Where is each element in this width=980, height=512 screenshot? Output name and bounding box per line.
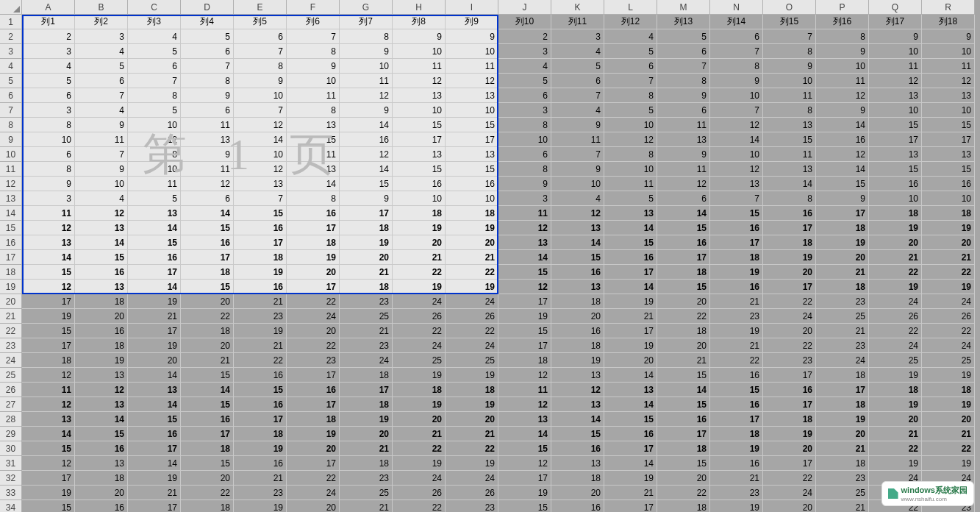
cell[interactable]: 13	[551, 368, 604, 383]
cell[interactable]: 11	[128, 177, 181, 191]
cell[interactable]: 19	[869, 280, 922, 294]
cell[interactable]: 3	[22, 44, 75, 59]
cell[interactable]: 9	[446, 29, 498, 44]
cell[interactable]: 15	[75, 250, 128, 265]
cell[interactable]: 18	[657, 441, 710, 456]
row-header[interactable]: 16	[0, 235, 22, 250]
cell[interactable]: 19	[22, 486, 75, 500]
column-header[interactable]: O	[763, 0, 816, 15]
cell[interactable]: 16	[657, 412, 710, 427]
cell[interactable]: 14	[816, 118, 869, 132]
cell[interactable]: 15	[181, 456, 234, 471]
cell[interactable]: 列7	[340, 15, 393, 29]
cell[interactable]: 7	[710, 44, 763, 59]
cell[interactable]: 16	[234, 397, 287, 412]
cell[interactable]: 6	[234, 29, 287, 44]
cell[interactable]: 9	[340, 103, 393, 118]
cell[interactable]: 10	[128, 118, 181, 132]
cell[interactable]: 13	[869, 88, 922, 103]
cell[interactable]: 18	[816, 368, 869, 383]
cell[interactable]: 6	[657, 191, 710, 206]
cell[interactable]: 22	[181, 309, 234, 324]
cell[interactable]: 16	[128, 250, 181, 265]
cell[interactable]: 18	[234, 427, 287, 441]
cell[interactable]: 13	[128, 206, 181, 221]
cell[interactable]: 14	[604, 368, 657, 383]
cell[interactable]: 7	[75, 147, 128, 162]
cell[interactable]: 19	[128, 471, 181, 486]
cell[interactable]: 10	[922, 103, 975, 118]
cell[interactable]: 24	[287, 486, 340, 500]
cell[interactable]: 23	[446, 500, 498, 512]
cell[interactable]: 19	[710, 265, 763, 280]
cell[interactable]: 15	[393, 162, 446, 177]
cell[interactable]: 15	[869, 162, 922, 177]
cell[interactable]: 21	[393, 427, 446, 441]
cell[interactable]: 19	[763, 250, 816, 265]
cell[interactable]: 5	[128, 44, 181, 59]
row-header[interactable]: 34	[0, 500, 22, 512]
cell[interactable]: 8	[340, 29, 393, 44]
cell[interactable]: 19	[922, 456, 975, 471]
cell[interactable]: 4	[128, 29, 181, 44]
cell[interactable]: 15	[446, 118, 498, 132]
cell[interactable]: 17	[234, 235, 287, 250]
cell[interactable]: 8	[710, 59, 763, 74]
cell[interactable]: 7	[128, 74, 181, 88]
cell[interactable]: 20	[922, 235, 975, 250]
cell[interactable]: 20	[181, 338, 234, 353]
cell[interactable]: 22	[657, 486, 710, 500]
column-header[interactable]: I	[446, 0, 498, 15]
cell[interactable]: 13	[393, 88, 446, 103]
cell[interactable]: 21	[710, 294, 763, 309]
cell[interactable]: 9	[763, 59, 816, 74]
cell[interactable]: 23	[234, 309, 287, 324]
cell[interactable]: 18	[234, 250, 287, 265]
cell[interactable]: 19	[869, 221, 922, 235]
cell[interactable]: 22	[869, 324, 922, 338]
row-header[interactable]: 28	[0, 412, 22, 427]
cell[interactable]: 12	[498, 456, 551, 471]
cell[interactable]: 14	[498, 427, 551, 441]
row-header[interactable]: 6	[0, 88, 22, 103]
cell[interactable]: 5	[604, 103, 657, 118]
cell[interactable]: 21	[710, 338, 763, 353]
cell[interactable]: 17	[816, 383, 869, 397]
cell[interactable]: 11	[340, 74, 393, 88]
cell[interactable]: 18	[393, 383, 446, 397]
cell[interactable]: 11	[498, 206, 551, 221]
cell[interactable]: 24	[393, 471, 446, 486]
cell[interactable]: 12	[816, 147, 869, 162]
cell[interactable]: 22	[763, 338, 816, 353]
cell[interactable]: 19	[869, 397, 922, 412]
cell[interactable]: 19	[710, 441, 763, 456]
cell[interactable]: 16	[922, 177, 975, 191]
cell[interactable]: 17	[498, 471, 551, 486]
cell[interactable]: 7	[710, 191, 763, 206]
cell[interactable]: 15	[446, 162, 498, 177]
cell[interactable]: 17	[604, 324, 657, 338]
cell[interactable]: 10	[75, 177, 128, 191]
cell[interactable]: 10	[498, 132, 551, 147]
cell[interactable]: 18	[816, 221, 869, 235]
cell[interactable]: 21	[922, 250, 975, 265]
cell[interactable]: 17	[922, 132, 975, 147]
cell[interactable]: 17	[22, 338, 75, 353]
cell[interactable]: 13	[181, 132, 234, 147]
cell[interactable]: 20	[816, 427, 869, 441]
cell[interactable]: 16	[551, 500, 604, 512]
cell[interactable]: 6	[22, 88, 75, 103]
cell[interactable]: 6	[181, 191, 234, 206]
cell[interactable]: 21	[340, 265, 393, 280]
cell[interactable]: 17	[287, 368, 340, 383]
cell[interactable]: 15	[657, 456, 710, 471]
row-header[interactable]: 19	[0, 280, 22, 294]
column-header[interactable]: G	[340, 0, 393, 15]
cell[interactable]: 13	[128, 383, 181, 397]
cell[interactable]: 22	[710, 353, 763, 368]
cell[interactable]: 26	[393, 486, 446, 500]
cell[interactable]: 16	[710, 221, 763, 235]
cell[interactable]: 19	[393, 397, 446, 412]
cell[interactable]: 19	[446, 280, 498, 294]
cell[interactable]: 16	[393, 177, 446, 191]
